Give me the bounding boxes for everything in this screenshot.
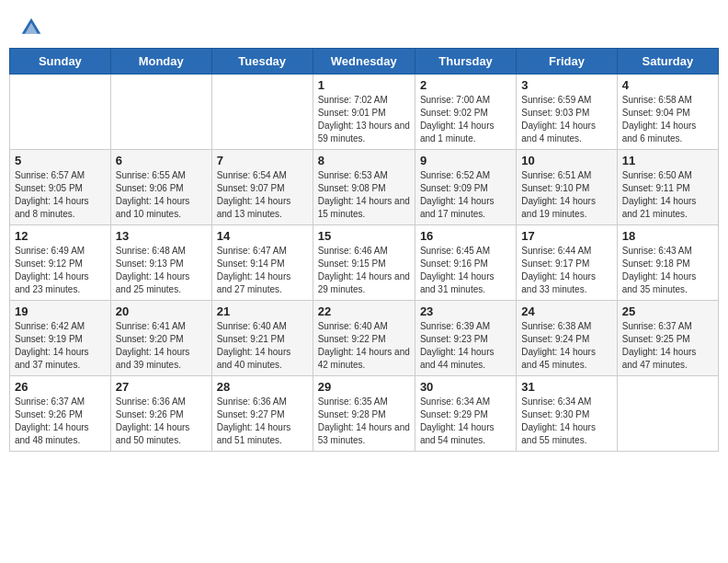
day-number: 26 [15,380,106,394]
day-header-monday: Monday [110,49,211,75]
cell-info: Sunrise: 6:47 AMSunset: 9:14 PMDaylight:… [217,245,308,296]
day-number: 23 [420,304,511,318]
day-number: 29 [318,380,410,394]
calendar-cell: 14Sunrise: 6:47 AMSunset: 9:14 PMDayligh… [211,225,313,301]
cell-info: Sunrise: 6:39 AMSunset: 9:23 PMDaylight:… [420,320,511,372]
calendar-cell: 25Sunrise: 6:37 AMSunset: 9:25 PMDayligh… [617,301,718,376]
calendar-cell: 24Sunrise: 6:38 AMSunset: 9:24 PMDayligh… [517,301,617,376]
day-number: 5 [15,154,106,167]
day-number: 22 [318,304,410,318]
calendar-cell [617,376,718,452]
calendar-cell: 5Sunrise: 6:57 AMSunset: 9:05 PMDaylight… [10,150,111,225]
day-number: 1 [318,78,410,92]
page-header [9,9,719,42]
cell-info: Sunrise: 6:36 AMSunset: 9:27 PMDaylight:… [217,396,308,447]
calendar-table: SundayMondayTuesdayWednesdayThursdayFrid… [9,48,719,452]
calendar-cell: 21Sunrise: 6:40 AMSunset: 9:21 PMDayligh… [211,301,313,376]
day-header-sunday: Sunday [10,49,111,75]
day-number: 12 [15,229,106,243]
calendar-cell: 18Sunrise: 6:43 AMSunset: 9:18 PMDayligh… [617,225,718,301]
cell-info: Sunrise: 6:37 AMSunset: 9:26 PMDaylight:… [15,396,106,447]
day-number: 3 [521,78,611,92]
cell-info: Sunrise: 6:42 AMSunset: 9:19 PMDaylight:… [15,320,106,372]
day-number: 19 [15,304,106,318]
day-number: 27 [116,380,207,394]
cell-info: Sunrise: 6:54 AMSunset: 9:07 PMDaylight:… [217,169,308,221]
day-number: 15 [318,229,410,243]
cell-info: Sunrise: 6:57 AMSunset: 9:05 PMDaylight:… [15,169,106,221]
calendar-cell: 20Sunrise: 6:41 AMSunset: 9:20 PMDayligh… [110,301,211,376]
cell-info: Sunrise: 6:41 AMSunset: 9:20 PMDaylight:… [116,320,207,372]
calendar-cell: 4Sunrise: 6:58 AMSunset: 9:04 PMDaylight… [617,75,718,150]
day-number: 25 [622,304,713,318]
day-number: 4 [622,78,713,92]
calendar-cell [110,75,211,150]
day-header-saturday: Saturday [617,49,718,75]
calendar-cell: 10Sunrise: 6:51 AMSunset: 9:10 PMDayligh… [517,150,617,225]
cell-info: Sunrise: 6:48 AMSunset: 9:13 PMDaylight:… [116,245,207,296]
calendar-cell [211,75,313,150]
calendar-cell: 31Sunrise: 6:34 AMSunset: 9:30 PMDayligh… [517,376,617,452]
cell-info: Sunrise: 6:34 AMSunset: 9:30 PMDaylight:… [521,396,611,447]
day-number: 24 [521,304,611,318]
calendar-cell: 12Sunrise: 6:49 AMSunset: 9:12 PMDayligh… [10,225,111,301]
day-number: 11 [622,154,713,167]
day-number: 13 [116,229,207,243]
cell-info: Sunrise: 6:49 AMSunset: 9:12 PMDaylight:… [15,245,106,296]
day-number: 14 [217,229,308,243]
cell-info: Sunrise: 6:58 AMSunset: 9:04 PMDaylight:… [622,94,713,145]
cell-info: Sunrise: 6:44 AMSunset: 9:17 PMDaylight:… [521,245,611,296]
day-number: 2 [420,78,511,92]
calendar-cell: 16Sunrise: 6:45 AMSunset: 9:16 PMDayligh… [415,225,516,301]
day-number: 17 [521,229,611,243]
day-number: 20 [116,304,207,318]
day-number: 10 [521,154,611,167]
calendar-cell: 19Sunrise: 6:42 AMSunset: 9:19 PMDayligh… [10,301,111,376]
cell-info: Sunrise: 6:34 AMSunset: 9:29 PMDaylight:… [420,396,511,447]
cell-info: Sunrise: 7:02 AMSunset: 9:01 PMDaylight:… [318,94,410,145]
cell-info: Sunrise: 6:55 AMSunset: 9:06 PMDaylight:… [116,169,207,221]
cell-info: Sunrise: 6:40 AMSunset: 9:21 PMDaylight:… [217,320,308,372]
cell-info: Sunrise: 6:52 AMSunset: 9:09 PMDaylight:… [420,169,511,221]
calendar-cell: 6Sunrise: 6:55 AMSunset: 9:06 PMDaylight… [110,150,211,225]
calendar-cell: 7Sunrise: 6:54 AMSunset: 9:07 PMDaylight… [211,150,313,225]
calendar-cell [10,75,111,150]
cell-info: Sunrise: 6:38 AMSunset: 9:24 PMDaylight:… [521,320,611,372]
calendar-cell: 22Sunrise: 6:40 AMSunset: 9:22 PMDayligh… [313,301,415,376]
day-number: 31 [521,380,611,394]
calendar-cell: 28Sunrise: 6:36 AMSunset: 9:27 PMDayligh… [211,376,313,452]
cell-info: Sunrise: 6:43 AMSunset: 9:18 PMDaylight:… [622,245,713,296]
calendar-cell: 13Sunrise: 6:48 AMSunset: 9:13 PMDayligh… [110,225,211,301]
cell-info: Sunrise: 7:00 AMSunset: 9:02 PMDaylight:… [420,94,511,145]
calendar-cell: 8Sunrise: 6:53 AMSunset: 9:08 PMDaylight… [313,150,415,225]
day-number: 6 [116,154,207,167]
day-number: 7 [217,154,308,167]
calendar-cell: 2Sunrise: 7:00 AMSunset: 9:02 PMDaylight… [415,75,516,150]
day-header-tuesday: Tuesday [211,49,313,75]
day-number: 30 [420,380,511,394]
calendar-cell: 11Sunrise: 6:50 AMSunset: 9:11 PMDayligh… [617,150,718,225]
calendar-cell: 27Sunrise: 6:36 AMSunset: 9:26 PMDayligh… [110,376,211,452]
day-number: 21 [217,304,308,318]
calendar-cell: 30Sunrise: 6:34 AMSunset: 9:29 PMDayligh… [415,376,516,452]
cell-info: Sunrise: 6:35 AMSunset: 9:28 PMDaylight:… [318,396,410,447]
calendar-cell: 17Sunrise: 6:44 AMSunset: 9:17 PMDayligh… [517,225,617,301]
day-number: 16 [420,229,511,243]
day-number: 8 [318,154,410,167]
day-header-friday: Friday [517,49,617,75]
calendar-cell: 15Sunrise: 6:46 AMSunset: 9:15 PMDayligh… [313,225,415,301]
cell-info: Sunrise: 6:40 AMSunset: 9:22 PMDaylight:… [318,320,410,372]
calendar-cell: 3Sunrise: 6:59 AMSunset: 9:03 PMDaylight… [517,75,617,150]
cell-info: Sunrise: 6:36 AMSunset: 9:26 PMDaylight:… [116,396,207,447]
day-number: 9 [420,154,511,167]
logo-icon [20,17,42,39]
calendar-cell: 23Sunrise: 6:39 AMSunset: 9:23 PMDayligh… [415,301,516,376]
cell-info: Sunrise: 6:53 AMSunset: 9:08 PMDaylight:… [318,169,410,221]
calendar-cell: 29Sunrise: 6:35 AMSunset: 9:28 PMDayligh… [313,376,415,452]
cell-info: Sunrise: 6:45 AMSunset: 9:16 PMDaylight:… [420,245,511,296]
cell-info: Sunrise: 6:51 AMSunset: 9:10 PMDaylight:… [521,169,611,221]
day-header-thursday: Thursday [415,49,516,75]
calendar-cell: 26Sunrise: 6:37 AMSunset: 9:26 PMDayligh… [10,376,111,452]
day-number: 18 [622,229,713,243]
calendar-cell: 9Sunrise: 6:52 AMSunset: 9:09 PMDaylight… [415,150,516,225]
